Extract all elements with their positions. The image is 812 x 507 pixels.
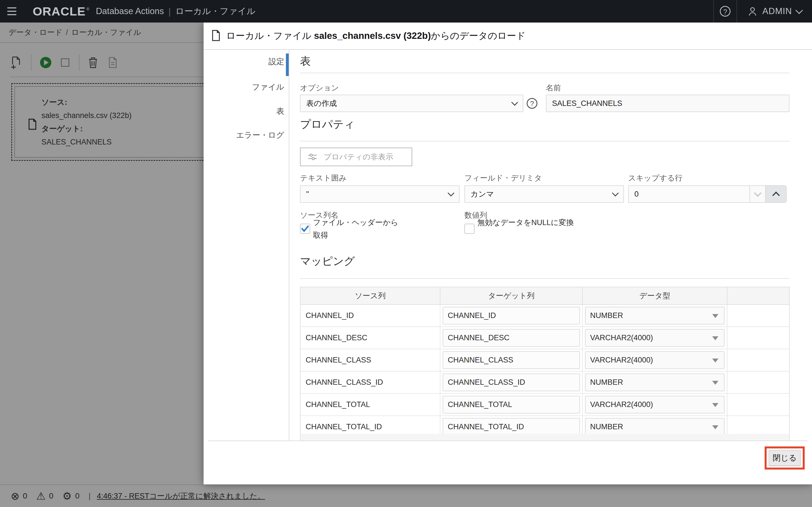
- question-circle-icon: ?: [720, 6, 730, 17]
- target-column-cell: CHANNEL_ID: [441, 305, 583, 327]
- field-delimiter-select[interactable]: カンマ: [464, 185, 624, 203]
- option-select-value: 表の作成: [306, 98, 337, 108]
- dropdown-triangle-icon: [712, 403, 718, 407]
- mapping-table-row: CHANNEL_TOTAL CHANNEL_TOTAL VARCHAR2(400…: [301, 394, 789, 416]
- option-label: オプション: [300, 83, 339, 93]
- hamburger-menu-icon[interactable]: [7, 7, 16, 15]
- tab-table[interactable]: 表: [204, 104, 284, 118]
- convert-invalid-to-null-checkbox[interactable]: [464, 224, 474, 234]
- product-title: Database Actions: [96, 6, 164, 16]
- annotation-highlight-box: 閉じる: [765, 446, 805, 469]
- section-divider: [300, 278, 790, 279]
- help-button[interactable]: ?: [714, 0, 737, 22]
- target-column-input[interactable]: CHANNEL_CLASS_ID: [443, 374, 580, 391]
- get-from-file-header-label: ファイル・ヘッダーから取得: [313, 216, 405, 242]
- skip-rows-increment-button[interactable]: [765, 185, 786, 203]
- topbar-right: ? ADMIN: [713, 0, 812, 22]
- drawer-title: ローカル・ファイル sales_channels.csv (322b)からのデー…: [226, 30, 525, 42]
- target-column-input[interactable]: CHANNEL_CLASS: [443, 351, 580, 369]
- dropdown-triangle-icon: [712, 314, 718, 318]
- footer-divider: [208, 441, 808, 441]
- drawer-header: ローカル・ファイル sales_channels.csv (322b)からのデー…: [204, 22, 812, 50]
- load-data-drawer: ローカル・ファイル sales_channels.csv (322b)からのデー…: [204, 22, 812, 485]
- chevron-down-icon: [795, 6, 803, 14]
- properties-section-heading: プロパティ: [300, 117, 355, 131]
- file-icon: [211, 29, 221, 42]
- name-label: 名前: [546, 83, 561, 93]
- skip-rows-input[interactable]: 0: [628, 185, 749, 203]
- dropdown-triangle-icon: [712, 425, 718, 429]
- close-button[interactable]: 閉じる: [769, 450, 801, 466]
- section-divider: [300, 73, 790, 73]
- skip-rows-label: スキップする行: [628, 173, 682, 183]
- tab-error-log[interactable]: エラー・ログ: [204, 128, 284, 142]
- registered-mark: ®: [87, 7, 90, 18]
- mapping-table-row: CHANNEL_CLASS_ID CHANNEL_CLASS_ID NUMBER: [301, 372, 789, 394]
- field-delimiter-label: フィールド・デリミタ: [464, 173, 542, 183]
- data-type-header: データ型: [583, 287, 727, 304]
- drawer-title-filename: sales_channels.csv (322b): [314, 31, 431, 41]
- data-type-select[interactable]: VARCHAR2(4000): [585, 351, 725, 369]
- top-header-bar: ORACLE ® Database Actions | ローカル・ファイル ? …: [0, 0, 812, 22]
- source-column-header: ソース列: [301, 287, 441, 304]
- table-name-input[interactable]: SALES_CHANNELS: [546, 95, 790, 112]
- target-column-input[interactable]: CHANNEL_TOTAL_ID: [443, 418, 580, 436]
- dropdown-triangle-icon: [712, 336, 718, 340]
- database-actions-app: ORACLE ® Database Actions | ローカル・ファイル ? …: [0, 0, 812, 507]
- chevron-down-icon: [612, 189, 619, 196]
- get-from-file-header-checkbox[interactable]: [300, 224, 310, 234]
- text-enclosure-label: テキスト囲み: [300, 173, 347, 183]
- row-extra-cell: [727, 394, 789, 415]
- chevron-down-icon: [511, 99, 518, 106]
- option-select[interactable]: 表の作成: [300, 95, 523, 112]
- extra-column-header: [727, 287, 789, 304]
- mapping-table-row: CHANNEL_CLASS CHANNEL_CLASS VARCHAR2(400…: [301, 349, 789, 372]
- row-extra-cell: [727, 327, 789, 349]
- section-divider: [300, 141, 790, 142]
- source-column-cell: CHANNEL_CLASS_ID: [301, 372, 441, 393]
- user-menu[interactable]: ADMIN: [737, 6, 812, 17]
- drawer-title-prefix: ローカル・ファイル: [226, 31, 314, 41]
- mapping-table: ソース列 ターゲット列 データ型 CHANNEL_ID CHANNEL_ID N…: [300, 287, 790, 438]
- skip-rows-decrement-button[interactable]: [749, 185, 766, 203]
- target-column-cell: CHANNEL_TOTAL: [441, 394, 583, 415]
- option-help-icon[interactable]: ?: [527, 98, 538, 109]
- target-column-input[interactable]: CHANNEL_ID: [443, 307, 580, 325]
- person-icon: [747, 6, 758, 17]
- mapping-table-row: CHANNEL_DESC CHANNEL_DESC VARCHAR2(4000): [301, 327, 789, 349]
- sliders-icon: [307, 152, 317, 162]
- oracle-logo: ORACLE ®: [33, 4, 90, 18]
- chevron-up-icon: [772, 191, 780, 199]
- mapping-table-row: CHANNEL_ID CHANNEL_ID NUMBER: [301, 305, 789, 327]
- data-type-select[interactable]: NUMBER: [585, 374, 725, 391]
- text-enclosure-select[interactable]: ": [300, 185, 460, 203]
- oracle-logo-text: ORACLE: [33, 4, 86, 18]
- table-name-value: SALES_CHANNELS: [552, 99, 622, 108]
- mapping-table-clipped-row: [300, 434, 790, 441]
- dropdown-triangle-icon: [712, 381, 718, 385]
- tab-file[interactable]: ファイル: [204, 80, 284, 94]
- data-type-select[interactable]: NUMBER: [585, 418, 725, 436]
- mapping-table-body: CHANNEL_ID CHANNEL_ID NUMBER CHANNEL_DES…: [301, 305, 789, 438]
- tab-rail-divider: [289, 50, 289, 441]
- data-type-select[interactable]: VARCHAR2(4000): [585, 329, 725, 347]
- source-column-cell: CHANNEL_CLASS: [301, 349, 441, 371]
- target-column-input[interactable]: CHANNEL_DESC: [443, 329, 580, 347]
- skip-rows-value: 0: [635, 190, 639, 199]
- table-section-heading: 表: [300, 54, 311, 68]
- target-column-header: ターゲット列: [441, 287, 583, 304]
- data-type-select[interactable]: NUMBER: [585, 307, 725, 325]
- source-column-cell: CHANNEL_DESC: [301, 327, 441, 349]
- data-type-select[interactable]: VARCHAR2(4000): [585, 396, 725, 413]
- row-extra-cell: [727, 349, 789, 371]
- chevron-down-icon: [754, 189, 762, 197]
- app-title: ローカル・ファイル: [175, 5, 255, 17]
- mapping-section-heading: マッピング: [300, 254, 355, 269]
- hide-properties-button[interactable]: プロパティの非表示: [300, 148, 412, 166]
- target-column-input[interactable]: CHANNEL_TOTAL: [443, 396, 580, 413]
- data-type-cell: NUMBER: [583, 305, 727, 327]
- user-name: ADMIN: [762, 6, 792, 16]
- source-column-cell: CHANNEL_ID: [301, 305, 441, 327]
- drawer-title-suffix: からのデータのロード: [431, 31, 525, 41]
- tab-settings[interactable]: 設定: [204, 55, 284, 69]
